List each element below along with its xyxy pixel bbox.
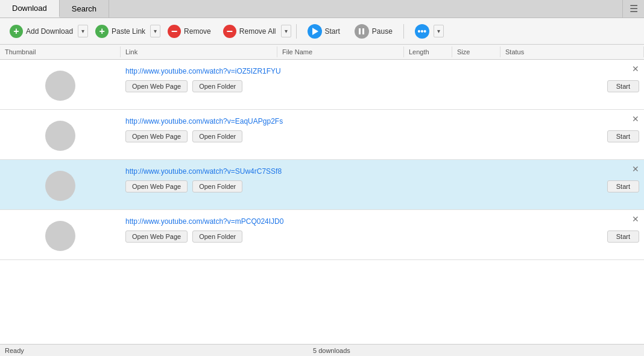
download-list: http://www.youtube.com/watch?v=iOZ5IZR1F… — [0, 60, 644, 344]
item-buttons: Open Web Page Open Folder Start — [125, 230, 639, 246]
col-length: Length — [404, 46, 452, 57]
hamburger-icon: ☰ — [630, 3, 638, 14]
more-button[interactable]: ••• ▾ — [409, 22, 450, 41]
col-size: Size — [452, 46, 500, 57]
open-web-button[interactable]: Open Web Page — [125, 230, 188, 243]
thumbnail-cell — [0, 165, 121, 207]
remove-icon: − — [168, 25, 181, 38]
remove-all-icon: − — [223, 25, 236, 38]
info-cell: http://www.youtube.com/watch?v=SUw4rC7SS… — [121, 165, 644, 199]
add-icon: + — [10, 25, 23, 38]
thumbnail-cell — [0, 65, 121, 107]
open-web-button[interactable]: Open Web Page — [125, 180, 188, 192]
download-item[interactable]: http://www.youtube.com/watch?v=iOZ5IZR1F… — [0, 60, 644, 110]
close-button[interactable]: ✕ — [632, 215, 639, 223]
paste-icon: + — [95, 25, 109, 38]
close-button[interactable]: ✕ — [632, 115, 639, 123]
download-url[interactable]: http://www.youtube.com/watch?v=iOZ5IZR1F… — [125, 67, 639, 75]
status-count: 5 downloads — [229, 347, 434, 354]
tab-bar: Download Search ☰ — [0, 0, 644, 18]
status-bar: Ready 5 downloads — [0, 344, 644, 356]
more-icon: ••• — [415, 24, 429, 39]
info-cell: http://www.youtube.com/watch?v=iOZ5IZR1F… — [121, 65, 644, 98]
download-item-top: http://www.youtube.com/watch?v=EaqUAPgp2… — [0, 110, 644, 159]
info-cell: http://www.youtube.com/watch?v=EaqUAPgp2… — [121, 115, 644, 148]
start-button[interactable]: Start — [301, 22, 346, 41]
col-filename: File Name — [277, 46, 404, 57]
open-folder-button[interactable]: Open Folder — [192, 80, 242, 92]
download-item-top: http://www.youtube.com/watch?v=mPCQ024IJ… — [0, 210, 644, 259]
remove-button[interactable]: − Remove — [163, 22, 216, 40]
pause-button[interactable]: Pause — [349, 22, 399, 41]
separator-1 — [296, 24, 297, 39]
tab-search[interactable]: Search — [60, 0, 109, 17]
item-buttons: Open Web Page Open Folder Start — [125, 80, 639, 96]
more-dropdown[interactable]: ▾ — [434, 25, 444, 37]
thumbnail-placeholder — [45, 71, 75, 101]
thumbnail-cell — [0, 215, 121, 257]
start-item-button[interactable]: Start — [607, 230, 639, 243]
col-link: Link — [121, 46, 277, 57]
start-item-button[interactable]: Start — [607, 80, 639, 92]
download-url[interactable]: http://www.youtube.com/watch?v=EaqUAPgp2… — [125, 117, 639, 126]
column-headers: Thumbnail Link File Name Length Size Sta… — [0, 45, 644, 60]
status-ready: Ready — [5, 347, 24, 354]
start-item-button[interactable]: Start — [607, 130, 639, 142]
download-url[interactable]: http://www.youtube.com/watch?v=mPCQ024IJ… — [125, 217, 639, 226]
download-url[interactable]: http://www.youtube.com/watch?v=SUw4rC7SS… — [125, 167, 639, 176]
start-item-button[interactable]: Start — [607, 180, 639, 192]
thumbnail-placeholder — [45, 121, 75, 151]
col-thumbnail: Thumbnail — [0, 46, 121, 57]
download-item-top: http://www.youtube.com/watch?v=iOZ5IZR1F… — [0, 60, 644, 109]
menu-button[interactable]: ☰ — [622, 0, 644, 17]
add-download-button[interactable]: + Add Download — [5, 22, 78, 40]
thumbnail-placeholder — [45, 171, 75, 201]
add-download-dropdown[interactable]: ▾ — [78, 25, 88, 37]
item-buttons: Open Web Page Open Folder Start — [125, 130, 639, 146]
tab-download[interactable]: Download — [0, 0, 60, 17]
open-folder-button[interactable]: Open Folder — [192, 230, 242, 243]
thumbnail-placeholder — [45, 221, 75, 251]
open-folder-button[interactable]: Open Folder — [192, 180, 242, 192]
remove-all-dropdown[interactable]: ▾ — [281, 25, 291, 37]
col-status: Status — [500, 46, 644, 57]
pause-icon — [355, 24, 369, 39]
download-item[interactable]: http://www.youtube.com/watch?v=mPCQ024IJ… — [0, 210, 644, 260]
thumbnail-cell — [0, 115, 121, 157]
open-web-button[interactable]: Open Web Page — [125, 130, 188, 142]
download-item[interactable]: http://www.youtube.com/watch?v=EaqUAPgp2… — [0, 110, 644, 160]
download-item-top: http://www.youtube.com/watch?v=SUw4rC7SS… — [0, 160, 644, 209]
close-button[interactable]: ✕ — [632, 165, 639, 173]
download-item[interactable]: http://www.youtube.com/watch?v=SUw4rC7SS… — [0, 160, 644, 210]
paste-link-button[interactable]: + Paste Link — [90, 22, 150, 40]
tab-spacer — [109, 0, 622, 17]
item-buttons: Open Web Page Open Folder Start — [125, 180, 639, 196]
remove-all-button[interactable]: − Remove All — [218, 22, 281, 40]
play-icon — [308, 24, 322, 39]
open-web-button[interactable]: Open Web Page — [125, 80, 188, 92]
separator-2 — [403, 24, 404, 39]
paste-link-dropdown[interactable]: ▾ — [150, 25, 160, 37]
open-folder-button[interactable]: Open Folder — [192, 130, 242, 142]
info-cell: http://www.youtube.com/watch?v=mPCQ024IJ… — [121, 215, 644, 249]
close-button[interactable]: ✕ — [632, 65, 639, 73]
toolbar: + Add Download ▾ + Paste Link ▾ − Remove… — [0, 18, 644, 45]
